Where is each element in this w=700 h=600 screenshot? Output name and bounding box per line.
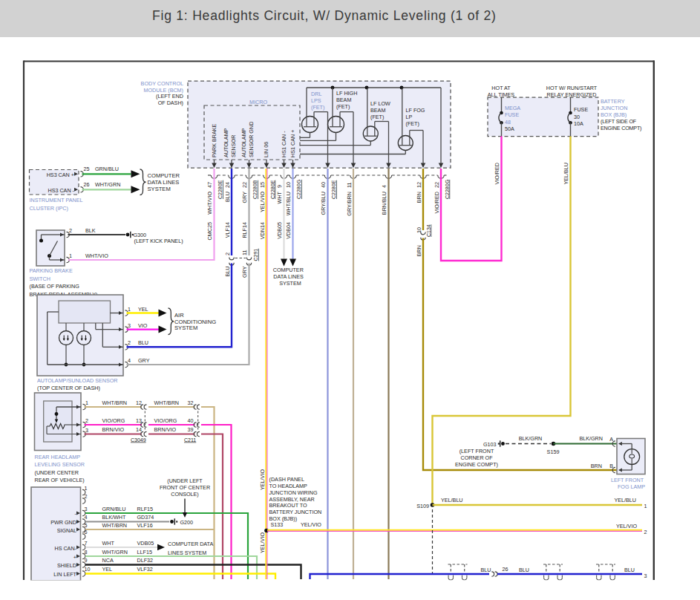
svg-text:(BASE OF PARKING: (BASE OF PARKING — [30, 283, 80, 290]
svg-text:WHT/BRN: WHT/BRN — [154, 400, 180, 406]
svg-text:2: 2 — [224, 252, 231, 255]
svg-text:RLF14: RLF14 — [241, 222, 248, 238]
svg-text:(LEFT FRONT: (LEFT FRONT — [459, 448, 494, 454]
svg-text:C291: C291 — [253, 249, 258, 261]
svg-text:BLU: BLU — [224, 192, 231, 202]
svg-text:11: 11 — [346, 183, 353, 188]
svg-text:AUTOLAMP/SUNLOAD SENSOR: AUTOLAMP/SUNLOAD SENSOR — [37, 377, 118, 384]
svg-text:+: + — [73, 554, 76, 561]
svg-text:BRN: BRN — [591, 463, 602, 469]
svg-text:WHT/BLU: WHT/BLU — [285, 192, 292, 215]
svg-text:1: 1 — [128, 306, 131, 313]
svg-text:13: 13 — [136, 417, 142, 424]
svg-text:COMPUTER: COMPUTER — [148, 172, 180, 179]
svg-text:(UNDER LEFT: (UNDER LEFT — [167, 477, 203, 484]
svg-text:REAR OF VEHICLE): REAR OF VEHICLE) — [35, 477, 85, 483]
svg-text:LIN 06: LIN 06 — [263, 142, 269, 157]
svg-text:3: 3 — [128, 322, 131, 329]
svg-text:DLF32: DLF32 — [137, 557, 154, 564]
svg-text:2: 2 — [69, 227, 72, 234]
svg-text:WHT: WHT — [276, 191, 283, 203]
svg-text:LF LOW: LF LOW — [370, 100, 390, 107]
svg-text:BLK/WHT: BLK/WHT — [102, 514, 127, 521]
svg-text:BEAM: BEAM — [370, 107, 385, 114]
svg-text:YEL/VIO: YEL/VIO — [259, 192, 266, 212]
svg-text:11: 11 — [241, 250, 248, 255]
svg-text:7: 7 — [85, 540, 88, 547]
svg-text:DATA LINES: DATA LINES — [148, 179, 180, 186]
svg-text:DATA LINES: DATA LINES — [273, 273, 304, 280]
svg-text:LF HIGH: LF HIGH — [336, 90, 357, 97]
svg-text:BEAM: BEAM — [336, 97, 351, 103]
svg-text:COMPUTER: COMPUTER — [273, 267, 304, 273]
svg-text:(FET): (FET) — [336, 103, 350, 110]
svg-text:VLF14: VLF14 — [224, 222, 231, 238]
svg-text:5: 5 — [85, 522, 88, 529]
svg-text:48: 48 — [505, 119, 511, 125]
svg-text:GRY/BLU: GRY/BLU — [320, 192, 327, 215]
svg-text:39: 39 — [188, 426, 194, 433]
svg-text:26: 26 — [84, 181, 90, 188]
svg-text:DRL: DRL — [311, 91, 321, 97]
svg-text:CONSOLE): CONSOLE) — [171, 491, 199, 498]
svg-text:PARK BRAKE: PARK BRAKE — [211, 123, 217, 157]
svg-text:WHT: WHT — [102, 540, 115, 547]
svg-text:3: 3 — [85, 506, 88, 512]
svg-text:40: 40 — [320, 182, 327, 188]
svg-text:HS3 CAN -: HS3 CAN - — [48, 187, 74, 194]
svg-text:WHT/VIO: WHT/VIO — [85, 252, 108, 259]
svg-text:10: 10 — [85, 566, 91, 573]
svg-text:BRN/VIO: BRN/VIO — [102, 426, 125, 433]
svg-text:(UNDER CENTER: (UNDER CENTER — [35, 469, 79, 476]
svg-text:SWITCH: SWITCH — [30, 275, 50, 282]
svg-text:FRONT OF CENTER: FRONT OF CENTER — [160, 484, 210, 491]
svg-text:10A: 10A — [574, 120, 583, 127]
svg-text:C2280G: C2280G — [445, 180, 450, 199]
svg-text:VLF16: VLF16 — [137, 522, 153, 529]
svg-text:S133: S133 — [271, 521, 284, 528]
svg-text:BLK/GRN: BLK/GRN — [519, 435, 543, 442]
svg-text:(FET): (FET) — [406, 120, 419, 127]
svg-text:FUSE: FUSE — [574, 106, 588, 113]
svg-text:VIO/ORG: VIO/ORG — [102, 417, 125, 424]
svg-text:VDN14: VDN14 — [259, 222, 266, 239]
svg-text:C2280E: C2280E — [331, 180, 336, 199]
svg-text:WHT/GRN: WHT/GRN — [102, 549, 128, 555]
svg-text:BREAKOUT TO: BREAKOUT TO — [269, 502, 308, 509]
svg-text:2: 2 — [644, 529, 647, 535]
svg-text:GRY: GRY — [241, 266, 248, 278]
svg-text:LEVELING SENSOR: LEVELING SENSOR — [35, 461, 85, 468]
svg-text:12: 12 — [136, 400, 142, 406]
svg-text:Fig 1: Headlights Circuit, W/: Fig 1: Headlights Circuit, W/ Dynamic Le… — [152, 8, 497, 23]
svg-text:VIO/ORG: VIO/ORG — [154, 417, 177, 424]
svg-text:WHT/GRN: WHT/GRN — [95, 181, 120, 188]
svg-text:VIO/RED: VIO/RED — [434, 192, 440, 214]
svg-text:G103: G103 — [483, 441, 497, 448]
svg-text:B: B — [609, 463, 613, 469]
svg-text:SYSTEM: SYSTEM — [279, 280, 301, 287]
svg-text:VDB04: VDB04 — [285, 222, 292, 239]
svg-text:LIN LEFT: LIN LEFT — [53, 571, 76, 578]
svg-text:MODULE (BCM): MODULE (BCM) — [143, 87, 183, 94]
svg-text:S109: S109 — [416, 503, 429, 509]
svg-text:LF FOG: LF FOG — [406, 107, 425, 114]
svg-text:JUNCTION WIRING: JUNCTION WIRING — [269, 489, 318, 496]
svg-text:YEL: YEL — [102, 566, 113, 573]
svg-text:C2280E: C2280E — [270, 180, 275, 199]
svg-text:1: 1 — [69, 252, 72, 259]
svg-text:30: 30 — [574, 114, 580, 120]
svg-text:HOT W/ RUN/START: HOT W/ RUN/START — [546, 85, 598, 91]
svg-text:RLF15: RLF15 — [137, 506, 154, 512]
svg-text:HS3 CAN +: HS3 CAN + — [47, 172, 74, 178]
svg-text:YEL/VIO: YEL/VIO — [259, 532, 266, 553]
svg-text:PWR GND: PWR GND — [50, 519, 76, 526]
svg-text:BATTERY JUNCTION: BATTERY JUNCTION — [269, 509, 322, 515]
svg-text:C211: C211 — [184, 437, 196, 443]
svg-text:BRN/BLU: BRN/BLU — [381, 192, 387, 215]
svg-text:22: 22 — [434, 182, 440, 188]
svg-text:BLU: BLU — [624, 567, 635, 573]
svg-text:9: 9 — [85, 557, 88, 564]
svg-text:FUSE: FUSE — [505, 111, 519, 118]
svg-text:GRN/BLU: GRN/BLU — [102, 506, 126, 512]
svg-text:BLK/GRN: BLK/GRN — [579, 435, 603, 442]
